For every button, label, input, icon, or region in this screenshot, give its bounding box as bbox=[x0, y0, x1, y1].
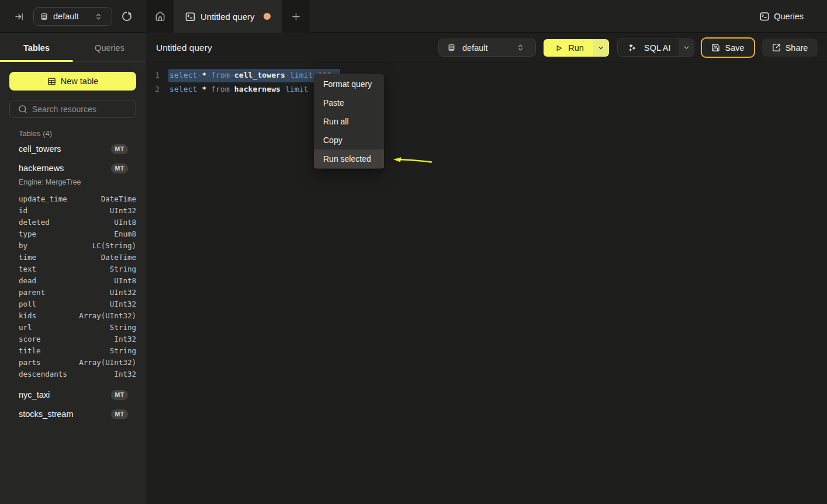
sql-ai-label: SQL AI bbox=[644, 43, 670, 53]
new-tab-button[interactable] bbox=[282, 0, 310, 33]
engine-badge: MT bbox=[111, 390, 128, 400]
top-bar: default Untitled query bbox=[0, 0, 827, 33]
engine-badge: MT bbox=[111, 144, 128, 154]
column-row: urlString bbox=[0, 321, 146, 333]
context-menu-item-run-all[interactable]: Run all bbox=[314, 112, 384, 131]
toolbar-database-value: default bbox=[462, 43, 488, 53]
database-selector[interactable]: default bbox=[33, 7, 112, 26]
save-button[interactable]: Save bbox=[701, 37, 755, 58]
run-button[interactable]: Run bbox=[544, 39, 593, 57]
column-row: idUInt32 bbox=[0, 204, 146, 216]
sidebar-tab-tables[interactable]: Tables bbox=[0, 33, 73, 62]
tab-untitled-query[interactable]: Untitled query bbox=[174, 0, 282, 33]
share-button[interactable]: Share bbox=[762, 39, 818, 57]
active-tab-indicator bbox=[0, 60, 73, 62]
share-button-label: Share bbox=[786, 43, 808, 53]
tables-section-label: Tables (4) bbox=[19, 129, 52, 138]
terminal-square-icon bbox=[185, 11, 196, 22]
chevron-down-icon bbox=[683, 44, 690, 51]
home-tab[interactable] bbox=[146, 0, 174, 33]
context-menu-item-run-selected[interactable]: Run selected bbox=[314, 150, 384, 168]
play-icon bbox=[555, 44, 563, 52]
chevron-up-down-icon bbox=[517, 44, 524, 51]
save-button-label: Save bbox=[725, 43, 744, 53]
table-icon bbox=[47, 77, 56, 86]
column-row: titleString bbox=[0, 345, 146, 356]
queries-button[interactable]: Queries bbox=[759, 0, 804, 33]
query-title: Untitled query bbox=[156, 43, 212, 53]
engine-info: Engine: MergeTree bbox=[19, 178, 81, 186]
database-icon bbox=[448, 44, 455, 51]
chevron-up-down-icon bbox=[95, 13, 102, 20]
column-row: kidsArray(UInt32) bbox=[0, 310, 146, 321]
search-box bbox=[9, 100, 136, 118]
toolbar-database-selector[interactable]: default bbox=[438, 39, 536, 57]
engine-badge: MT bbox=[111, 409, 128, 419]
collapse-sidebar-button[interactable] bbox=[13, 11, 25, 22]
table-row-cell-towers[interactable]: cell_towers MT bbox=[0, 142, 146, 156]
save-icon bbox=[711, 43, 720, 52]
column-row: scoreInt32 bbox=[0, 333, 146, 345]
query-header: Untitled query default Run bbox=[146, 33, 827, 63]
refresh-icon bbox=[121, 11, 133, 22]
sql-editor[interactable]: 1 2 select·*·from·cell_towers·limit·100 … bbox=[146, 63, 827, 504]
database-icon bbox=[40, 13, 48, 20]
column-row: partsArray(UInt32) bbox=[0, 356, 146, 368]
context-menu: Format query Paste Run all Copy Run sele… bbox=[314, 74, 384, 169]
arrow-right-to-line-icon bbox=[15, 12, 23, 21]
search-icon bbox=[18, 105, 27, 114]
tab-strip: Untitled query bbox=[146, 0, 310, 33]
column-row: deletedUInt8 bbox=[0, 216, 146, 228]
table-row-nyc-taxi[interactable]: nyc_taxi MT bbox=[0, 388, 146, 402]
code-line-1: select·*·from·cell_towers·limit·100 bbox=[146, 68, 827, 82]
column-row: typeEnum8 bbox=[0, 228, 146, 239]
plus-icon bbox=[291, 12, 301, 22]
column-list: update_timeDateTime idUInt32 deletedUInt… bbox=[0, 193, 146, 380]
column-row: pollUInt32 bbox=[0, 298, 146, 310]
run-options-button[interactable] bbox=[593, 39, 609, 57]
refresh-button[interactable] bbox=[121, 11, 133, 22]
queries-button-label: Queries bbox=[774, 12, 804, 21]
run-button-label: Run bbox=[568, 43, 584, 53]
search-input[interactable] bbox=[32, 105, 130, 114]
context-menu-item-copy[interactable]: Copy bbox=[314, 131, 384, 150]
run-button-group: Run bbox=[544, 39, 609, 57]
new-table-label: New table bbox=[61, 77, 98, 86]
new-table-button[interactable]: New table bbox=[9, 72, 136, 91]
home-icon bbox=[155, 11, 165, 22]
database-selector-value: default bbox=[53, 12, 79, 21]
sql-ai-button[interactable]: SQL AI bbox=[618, 39, 679, 56]
share-icon bbox=[772, 43, 781, 52]
terminal-square-icon bbox=[759, 11, 770, 22]
context-menu-item-paste[interactable]: Paste bbox=[314, 93, 384, 112]
column-row: update_timeDateTime bbox=[0, 193, 146, 204]
column-row: textString bbox=[0, 263, 146, 274]
table-row-hackernews[interactable]: hackernews MT bbox=[0, 161, 146, 175]
unsaved-changes-dot bbox=[264, 13, 271, 20]
column-row: byLC(String) bbox=[0, 239, 146, 251]
sidebar: Tables Queries New table Tables (4) cell… bbox=[0, 33, 146, 504]
sparkles-icon bbox=[628, 43, 636, 52]
sql-ai-button-group: SQL AI bbox=[617, 39, 694, 57]
column-row: timeDateTime bbox=[0, 251, 146, 263]
chevron-down-icon bbox=[597, 44, 604, 51]
context-menu-item-format-query[interactable]: Format query bbox=[314, 75, 384, 93]
column-row: descendantsInt32 bbox=[0, 368, 146, 380]
sidebar-tab-queries[interactable]: Queries bbox=[73, 33, 146, 62]
code-line-2: select * from hackernews limit bbox=[146, 82, 827, 96]
sql-ai-options-button[interactable] bbox=[679, 39, 694, 56]
table-row-stocks-stream[interactable]: stocks_stream MT bbox=[0, 407, 146, 421]
column-row: deadUInt8 bbox=[0, 274, 146, 286]
engine-badge: MT bbox=[111, 164, 128, 173]
tab-title: Untitled query bbox=[200, 12, 255, 22]
sidebar-tabs: Tables Queries bbox=[0, 33, 146, 62]
column-row: parentUInt32 bbox=[0, 286, 146, 298]
